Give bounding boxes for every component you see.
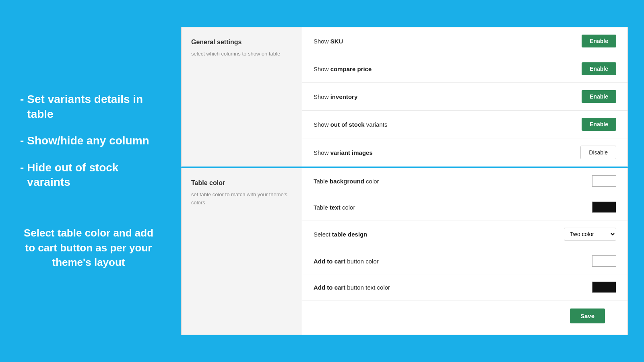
save-button[interactable]: Save	[570, 309, 605, 323]
setting-row-compare-price: Show compare price Enable	[302, 55, 627, 83]
setting-label-cart-btn-text-color: Add to cart button text color	[314, 284, 390, 291]
general-settings-title: General settings	[191, 39, 292, 46]
setting-label-inventory: Show inventory	[314, 93, 357, 100]
dash-icon-2: -	[20, 134, 24, 148]
setting-row-cart-btn-text-color: Add to cart button text color	[302, 274, 627, 300]
setting-bold-sku: SKU	[330, 38, 343, 45]
dash-icon: -	[20, 92, 24, 121]
feature-text-2: Show/hide any column	[27, 134, 149, 148]
setting-label-bg-color: Table background color	[314, 178, 379, 185]
setting-bold-add-to-cart-2: Add to cart	[314, 284, 345, 291]
setting-bold-inventory: inventory	[330, 93, 358, 100]
setting-row-inventory: Show inventory Enable	[302, 83, 627, 111]
feature-text-1: Set variants details in table	[27, 92, 157, 121]
text-color-swatch[interactable]	[592, 202, 616, 213]
bg-color-swatch[interactable]	[592, 175, 616, 187]
feature-item-3: - Hide out of stock varaints	[20, 160, 157, 190]
setting-bold-table-design: table design	[332, 231, 367, 238]
dash-icon-3: -	[20, 160, 24, 190]
save-row: Save	[302, 300, 627, 335]
setting-label-variant-images: Show variant images	[314, 149, 373, 156]
enable-inventory-button[interactable]: Enable	[582, 90, 616, 103]
enable-sku-button[interactable]: Enable	[582, 35, 616, 47]
setting-label-text-color: Table text color	[314, 204, 355, 211]
disable-variant-images-button[interactable]: Disable	[580, 146, 616, 159]
feature-item-1: - Set variants details in table	[20, 92, 157, 121]
setting-row-sku: Show SKU Enable	[302, 27, 627, 55]
general-settings-card: General settings select which columns to…	[181, 27, 628, 168]
table-color-desc: set table color to match with your theme…	[191, 191, 292, 206]
table-color-right: Table background color Table text color …	[302, 168, 627, 335]
table-color-left: Table color set table color to match wit…	[182, 168, 302, 335]
setting-label-table-design: Select table design	[314, 231, 367, 238]
setting-row-variant-images: Show variant images Disable	[302, 138, 627, 167]
table-color-card: Table color set table color to match wit…	[181, 168, 628, 335]
setting-bold-out-of-stock: out of stock	[330, 121, 365, 128]
setting-bold-variant-images: variant images	[330, 149, 373, 156]
setting-bold-text: text	[330, 204, 341, 211]
setting-row-out-of-stock: Show out of stock variants Enable	[302, 111, 627, 138]
enable-compare-price-button[interactable]: Enable	[582, 62, 616, 75]
cart-btn-text-color-swatch[interactable]	[592, 282, 616, 293]
cart-btn-color-swatch[interactable]	[592, 255, 616, 267]
setting-bold-compare-price: compare price	[330, 66, 372, 72]
general-settings-right: Show SKU Enable Show compare price Enabl…	[302, 27, 627, 167]
feature-item-2: - Show/hide any column	[20, 134, 157, 148]
setting-row-cart-btn-color: Add to cart button color	[302, 248, 627, 274]
general-settings-left: General settings select which columns to…	[182, 27, 302, 167]
setting-row-text-color: Table text color	[302, 194, 627, 220]
setting-bold-add-to-cart-1: Add to cart	[314, 258, 345, 265]
setting-label-sku: Show SKU	[314, 38, 343, 45]
setting-row-bg-color: Table background color	[302, 168, 627, 194]
left-panel: - Set variants details in table - Show/h…	[0, 0, 177, 362]
table-design-select[interactable]: Two color Single color	[564, 228, 616, 241]
promo-text: Select table color and add to cart butto…	[20, 226, 157, 269]
setting-row-table-design: Select table design Two color Single col…	[302, 220, 627, 248]
enable-out-of-stock-button[interactable]: Enable	[582, 118, 616, 131]
setting-label-out-of-stock: Show out of stock variants	[314, 121, 387, 128]
general-settings-desc: select which columns to show on table	[191, 50, 292, 58]
setting-label-cart-btn-color: Add to cart button color	[314, 258, 379, 265]
table-color-title: Table color	[191, 179, 292, 187]
setting-label-compare-price: Show compare price	[314, 66, 372, 72]
feature-text-3: Hide out of stock varaints	[27, 160, 157, 190]
setting-bold-bg: background	[330, 178, 364, 185]
feature-list: - Set variants details in table - Show/h…	[20, 92, 157, 202]
right-panel: General settings select which columns to…	[177, 0, 644, 362]
